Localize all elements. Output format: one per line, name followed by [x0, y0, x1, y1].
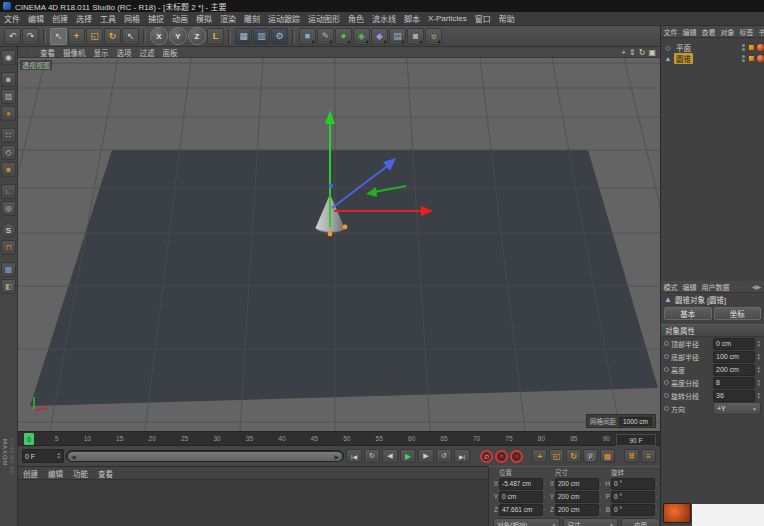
last-tool-icon[interactable]: ↖: [122, 28, 139, 45]
timeline-playhead[interactable]: 0: [24, 433, 34, 445]
size-field[interactable]: 200 cm: [555, 504, 599, 516]
material-menu-item[interactable]: 编辑: [43, 468, 68, 479]
attribute-value-field[interactable]: 36: [713, 390, 755, 402]
render-settings-icon[interactable]: ⚙: [271, 28, 288, 45]
slider-left-icon[interactable]: ◀: [71, 453, 76, 460]
scale-tool-icon[interactable]: ◱: [86, 28, 103, 45]
keyframe-dot-icon[interactable]: [664, 393, 669, 398]
playback-options-icon[interactable]: ⠿: [624, 449, 639, 463]
render-view-icon[interactable]: ▦: [235, 28, 252, 45]
apply-button[interactable]: 应用: [621, 518, 660, 526]
menubar-item[interactable]: 文件: [0, 13, 24, 24]
phong-tag-icon[interactable]: [757, 44, 764, 51]
lock-x-axis-button[interactable]: X: [150, 27, 168, 45]
autokey-button[interactable]: ○: [495, 450, 508, 463]
viewport-solo-icon[interactable]: ◎: [1, 201, 16, 216]
menubar-item[interactable]: 运动跟踪: [264, 13, 304, 24]
texture-tag-icon[interactable]: [748, 55, 755, 62]
height-handle-dot[interactable]: [328, 232, 333, 237]
object-manager-menu-item[interactable]: 编辑: [680, 27, 699, 37]
menubar-item[interactable]: 创建: [48, 13, 72, 24]
playback-rate-icon[interactable]: ≡: [641, 449, 656, 463]
key-parameter-toggle[interactable]: Ⓟ: [583, 449, 598, 463]
object-row-plane[interactable]: ◇ 平面: [661, 42, 764, 53]
rotate-tool-icon[interactable]: ↻: [104, 28, 121, 45]
play-backward-button[interactable]: ↺: [436, 449, 452, 463]
visibility-dots[interactable]: [742, 55, 746, 62]
object-name[interactable]: 平面: [674, 42, 693, 53]
viewport-scene[interactable]: [18, 58, 660, 431]
rotation-field[interactable]: 0 °: [611, 491, 655, 503]
timeline-range-slider[interactable]: ◀ ▶: [66, 450, 344, 462]
object-manager-menu-item[interactable]: 查看: [699, 27, 718, 37]
current-frame-field[interactable]: 0 F ▲▼: [22, 449, 64, 463]
subdivision-surface-icon[interactable]: ●: [335, 28, 352, 45]
menubar-item[interactable]: X-Particles: [424, 14, 471, 23]
polygons-mode-icon[interactable]: ■: [1, 162, 16, 177]
previous-frame-button[interactable]: ◀: [382, 449, 398, 463]
preview-thumbnail[interactable]: [663, 503, 691, 523]
panel-grip-icon[interactable]: ⋮⋮: [751, 28, 763, 35]
axis-origin-handle[interactable]: [329, 184, 333, 188]
viewport-menu-item[interactable]: 选项: [113, 47, 136, 58]
size-field[interactable]: 200 cm: [555, 491, 599, 503]
viewport-menu-item[interactable]: 过滤: [136, 47, 159, 58]
range-slider-handle[interactable]: ◀ ▶: [68, 452, 342, 461]
lock-y-axis-button[interactable]: Y: [169, 27, 187, 45]
stepper-icon[interactable]: ‹: [656, 495, 658, 499]
play-button[interactable]: ▶: [400, 449, 416, 463]
attribute-menu-item[interactable]: 模式: [661, 282, 680, 292]
viewport[interactable]: ⋮⋮ 查看摄像机显示选项过滤面板 + ⇕ ↻ ▣: [18, 47, 660, 431]
material-menu-item[interactable]: 创建: [18, 468, 43, 479]
stepper-icon[interactable]: ‹: [656, 508, 658, 512]
texture-tag-icon[interactable]: [748, 44, 755, 51]
viewport-menu-item[interactable]: 面板: [159, 47, 182, 58]
step-down-icon[interactable]: ▼: [57, 456, 61, 460]
keyframe-dot-icon[interactable]: [664, 406, 669, 411]
light-icon[interactable]: ☼: [425, 28, 442, 45]
timeline-end-frame-field[interactable]: 90 F: [616, 434, 656, 446]
key-pla-toggle[interactable]: ▦: [600, 449, 615, 463]
orbit-view-icon[interactable]: ↻: [639, 48, 646, 57]
workplane-mode-icon[interactable]: ●: [1, 106, 16, 121]
menubar-item[interactable]: 角色: [344, 13, 368, 24]
magnet-snap-icon[interactable]: ⊓: [1, 240, 16, 255]
pan-view-icon[interactable]: +: [621, 48, 626, 57]
key-position-toggle[interactable]: +: [532, 449, 547, 463]
quantize-icon[interactable]: ◧: [1, 279, 16, 294]
live-selection-icon[interactable]: ↖: [50, 28, 67, 45]
size-mode-dropdown[interactable]: 尺寸 ▼: [563, 518, 617, 526]
position-field[interactable]: -5.487 cm: [499, 478, 543, 490]
orientation-dropdown[interactable]: +Y ▼: [713, 402, 761, 415]
object-name-selected[interactable]: 圆锥: [674, 53, 693, 64]
slider-right-icon[interactable]: ▶: [334, 453, 339, 460]
stepper-icon[interactable]: ‹: [656, 482, 658, 486]
enable-axis-icon[interactable]: ∟: [1, 184, 16, 199]
keyframe-dot-icon[interactable]: [664, 380, 669, 385]
goto-start-button[interactable]: |◀: [346, 449, 362, 463]
undo-icon[interactable]: ↶: [4, 28, 21, 45]
attribute-tab[interactable]: 坐标: [714, 307, 762, 320]
attribute-tab[interactable]: 基本: [664, 307, 712, 320]
attribute-value-field[interactable]: 0 cm: [713, 338, 755, 350]
object-row-cone[interactable]: ▲ 圆锥: [661, 53, 764, 64]
menubar-item[interactable]: 帮助: [495, 13, 519, 24]
material-menu-item[interactable]: 查看: [93, 468, 118, 479]
menubar-item[interactable]: 窗口: [471, 13, 495, 24]
menubar-item[interactable]: 雕刻: [240, 13, 264, 24]
camera-icon[interactable]: ◙: [407, 28, 424, 45]
object-manager-menu-item[interactable]: 对象: [718, 27, 737, 37]
position-field[interactable]: 47.661 cm: [499, 504, 543, 516]
attribute-value-field[interactable]: 8: [713, 377, 755, 389]
next-frame-button[interactable]: ▶: [418, 449, 434, 463]
viewport-menu-item[interactable]: 显示: [90, 47, 113, 58]
menubar-item[interactable]: 运动图形: [304, 13, 344, 24]
position-field[interactable]: 0 cm: [499, 491, 543, 503]
coordinate-system-icon[interactable]: L: [207, 28, 224, 45]
keyframe-dot-icon[interactable]: [664, 341, 669, 346]
stepper-icon[interactable]: ▲▼: [757, 379, 761, 387]
loop-button[interactable]: ↻: [364, 449, 380, 463]
model-mode-icon[interactable]: ■: [1, 72, 16, 87]
menubar-item[interactable]: 编辑: [24, 13, 48, 24]
deformers-icon[interactable]: ◆: [371, 28, 388, 45]
